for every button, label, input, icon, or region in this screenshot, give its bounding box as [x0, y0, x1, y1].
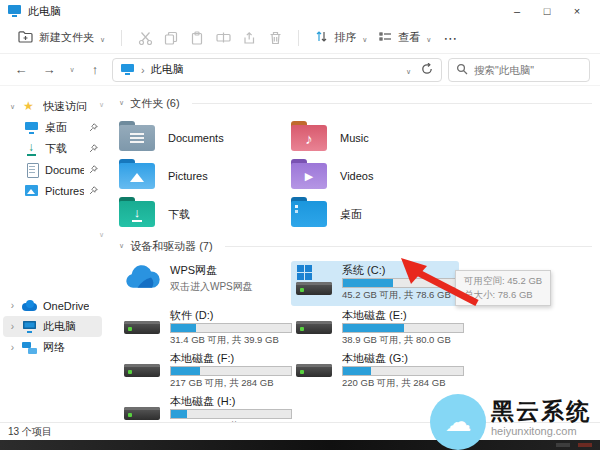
- sidebar-item-icon: [22, 320, 38, 334]
- back-button[interactable]: ←: [10, 62, 32, 77]
- recent-locations-chevron-icon[interactable]: ∨: [66, 66, 78, 74]
- sidebar-label: OneDrive: [43, 300, 89, 312]
- folder-item[interactable]: Pictures: [119, 157, 291, 195]
- cloud-logo-icon: ☁: [430, 394, 486, 450]
- capacity-bar-fill: [171, 367, 200, 375]
- drive-icon: [296, 309, 334, 346]
- hard-drive-icon: [124, 321, 160, 334]
- drive-led: [300, 327, 304, 331]
- refresh-button[interactable]: [421, 63, 433, 77]
- capacity-bar-fill: [171, 410, 187, 418]
- drive-details: 软件 (D:) 31.4 GB 可用, 共 39.9 GB: [170, 309, 282, 346]
- sidebar-item[interactable]: OneDrive: [3, 295, 102, 316]
- breadcrumb-this-pc[interactable]: 此电脑: [151, 62, 184, 77]
- folder-item[interactable]: 桌面: [291, 195, 463, 233]
- folder-label: 桌面: [340, 207, 362, 222]
- minimize-button[interactable]: –: [502, 5, 532, 17]
- chevron-down-icon: [362, 32, 367, 44]
- sidebar-label: 网络: [43, 340, 65, 355]
- share-button[interactable]: [236, 31, 262, 45]
- sidebar-item[interactable]: 此电脑: [3, 316, 102, 337]
- more-icon: [443, 30, 457, 46]
- toolbar: 新建文件夹 排序 查看: [0, 22, 600, 54]
- chevron-right-icon[interactable]: [8, 300, 17, 311]
- drive-icon: [296, 264, 334, 303]
- drive-led: [128, 413, 132, 417]
- tree-list: OneDrive 此电脑 网络: [0, 295, 105, 358]
- search-box[interactable]: [448, 58, 590, 82]
- quick-access-list: 桌面 下载 Documents: [0, 117, 105, 201]
- paste-button[interactable]: [184, 31, 210, 45]
- copy-button[interactable]: [158, 31, 184, 45]
- folder-label: Pictures: [168, 170, 208, 182]
- capacity-bar: [342, 323, 464, 333]
- divider: [225, 246, 592, 247]
- sidebar-item-icon: [22, 299, 38, 313]
- folder-item[interactable]: Videos: [291, 157, 463, 195]
- sidebar-item[interactable]: 网络: [3, 337, 102, 358]
- folder-item[interactable]: Documents: [119, 119, 291, 157]
- sidebar-item-quick-access[interactable]: 快速访问: [3, 96, 102, 117]
- new-folder-button[interactable]: 新建文件夹: [12, 26, 111, 49]
- view-label: 查看: [398, 30, 420, 45]
- sidebar-item[interactable]: Pictures: [3, 180, 102, 201]
- content-pane: 文件夹 (6) Documents Music: [105, 86, 600, 422]
- search-icon: [456, 61, 468, 79]
- scroll-up-chevron-icon[interactable]: ∨: [99, 101, 104, 109]
- folder-icon: [119, 125, 155, 151]
- drive-item[interactable]: 软件 (D:) 31.4 GB 可用, 共 39.9 GB: [119, 306, 287, 349]
- chevron-right-icon[interactable]: [8, 342, 17, 353]
- sidebar-item[interactable]: Documents: [3, 159, 102, 180]
- view-button[interactable]: 查看: [373, 26, 437, 49]
- more-options-button[interactable]: [437, 26, 463, 50]
- delete-button[interactable]: [262, 31, 288, 45]
- sidebar-label: 快速访问: [43, 99, 87, 114]
- drives-section-header[interactable]: 设备和驱动器 (7): [119, 239, 592, 253]
- chevron-down-icon[interactable]: [8, 103, 17, 111]
- folders-section-header[interactable]: 文件夹 (6): [119, 96, 592, 110]
- new-folder-label: 新建文件夹: [39, 30, 94, 45]
- window-controls: – □ ×: [502, 5, 592, 17]
- hard-drive-icon: [296, 321, 332, 334]
- drives-section-title: 设备和驱动器 (7): [130, 239, 213, 254]
- drive-item[interactable]: 本地磁盘 (G:) 220 GB 可用, 共 284 GB: [291, 349, 459, 392]
- search-input[interactable]: [474, 64, 582, 76]
- pin-icon: [89, 144, 98, 153]
- folder-item[interactable]: Music: [291, 119, 463, 157]
- cut-button[interactable]: [132, 31, 158, 45]
- sidebar-item-icon: [24, 163, 40, 177]
- drive-details: 本地磁盘 (G:) 220 GB 可用, 共 284 GB: [342, 352, 454, 389]
- drive-capacity: 31.4 GB 可用, 共 39.9 GB: [170, 334, 282, 346]
- drive-item[interactable]: WPS网盘 双击进入WPS网盘: [119, 261, 287, 297]
- folder-item[interactable]: 下载: [119, 195, 291, 233]
- drive-item[interactable]: 本地磁盘 (H:) 245 GB 可用, 共 283 GB: [119, 392, 287, 422]
- rename-button[interactable]: [210, 31, 236, 44]
- close-button[interactable]: ×: [562, 5, 592, 17]
- folders-grid: Documents Music Pictures: [119, 119, 592, 233]
- chevron-right-icon[interactable]: [8, 321, 17, 332]
- drive-led: [300, 370, 304, 374]
- sidebar-item[interactable]: 桌面: [3, 117, 102, 138]
- drive-capacity: 38.9 GB 可用, 共 80.0 GB: [342, 334, 454, 346]
- divider: [192, 103, 592, 104]
- folder-icon: [291, 201, 327, 227]
- sidebar-label: Documents: [45, 164, 84, 176]
- sidebar-item[interactable]: 下载: [3, 138, 102, 159]
- sort-button[interactable]: 排序: [309, 26, 373, 49]
- wps-cloud-icon: [124, 265, 160, 294]
- forward-button[interactable]: →: [38, 62, 60, 77]
- breadcrumb[interactable]: 此电脑: [112, 58, 442, 82]
- address-dropdown-chevron-icon[interactable]: [406, 64, 411, 76]
- up-button[interactable]: ↑: [84, 62, 106, 77]
- pin-icon: [89, 123, 98, 132]
- drive-item[interactable]: 本地磁盘 (F:) 217 GB 可用, 共 284 GB: [119, 349, 287, 392]
- navigation-pane: 快速访问 桌面 下载: [0, 86, 105, 422]
- drive-name: 本地磁盘 (H:): [170, 395, 282, 408]
- watermark-text: 黑云系统 heiyunxitong.com: [491, 394, 591, 450]
- sort-icon: [315, 30, 328, 45]
- maximize-button[interactable]: □: [532, 5, 562, 17]
- drive-item[interactable]: 本地磁盘 (E:) 38.9 GB 可用, 共 80.0 GB: [291, 306, 459, 349]
- scroll-down-chevron-icon[interactable]: ∨: [99, 231, 104, 239]
- drive-led: [300, 288, 304, 292]
- capacity-bar: [342, 366, 464, 376]
